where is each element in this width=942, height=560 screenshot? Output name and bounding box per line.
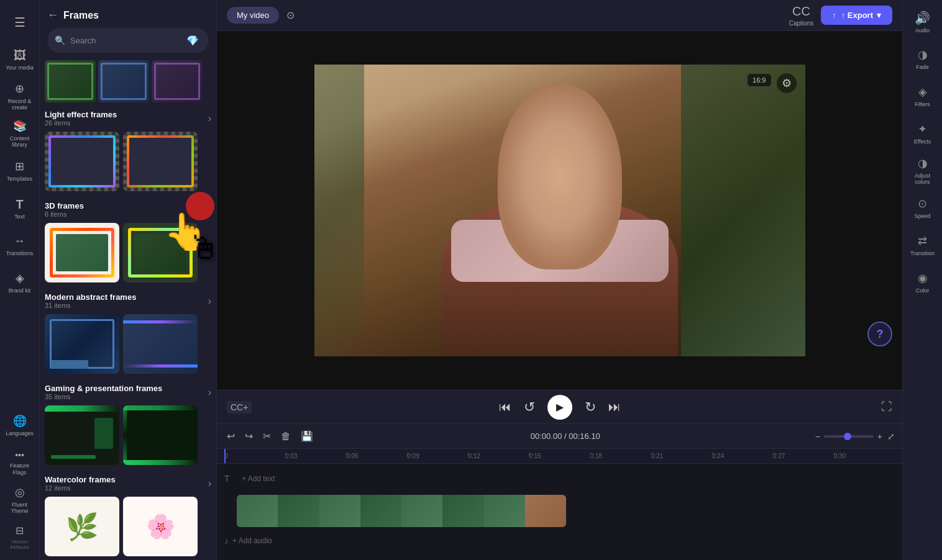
right-item-color[interactable]: ◉ Color [905, 266, 940, 300]
add-text-button[interactable]: + Add text [237, 473, 280, 484]
sidebar-item-feature-flags[interactable]: ••• FeatureFlags [2, 446, 37, 481]
audio-track-row: ♪ + Add audio [224, 531, 895, 551]
light-thumb-2[interactable] [123, 132, 198, 191]
preview-thumb-3[interactable] [152, 60, 203, 102]
export-chevron-icon: ▾ [877, 11, 881, 20]
play-button[interactable]: ▶ [547, 395, 572, 420]
watercolor-thumb-1[interactable]: 🌿 [45, 497, 119, 556]
section-modern-abstract[interactable]: Modern abstract frames 31 items › [45, 292, 211, 309]
skip-forward-button[interactable]: ⏭ [608, 400, 621, 414]
right-item-audio[interactable]: 🔊 Audio [905, 5, 940, 40]
redo-button[interactable]: ↪ [242, 428, 255, 445]
color-icon: ◉ [918, 272, 928, 286]
3d-thumb-1[interactable] [45, 223, 119, 282]
watercolor-thumb-2[interactable]: 🌸 [123, 497, 198, 556]
ruler-mark-21: 0:21 [651, 453, 712, 459]
3d-thumb-2[interactable] [123, 223, 198, 282]
video-settings-button[interactable]: ⚙ [777, 73, 797, 93]
light-effect-chevron: › [208, 113, 211, 124]
version-icon: ⊟ [16, 525, 24, 536]
tab-icon: ⊙ [286, 9, 295, 21]
ruler-mark-18: 0:18 [590, 453, 651, 459]
vthumb-8 [525, 495, 566, 527]
transitions-icon: ↔ [14, 235, 25, 248]
right-item-speed[interactable]: ⊙ Speed [905, 191, 940, 226]
vthumb-6 [442, 495, 483, 527]
sidebar-item-record-create[interactable]: ⊕ Record &create [2, 79, 37, 114]
undo-button[interactable]: ↩ [224, 428, 237, 445]
right-item-effects[interactable]: ✦ Effects [905, 117, 940, 151]
sidebar-item-menu[interactable]: ☰ [2, 5, 37, 40]
timeline-toolbar: ↩ ↪ ✂ 🗑 💾 00:00.00 / 00:16.10 − + ⤢ [217, 424, 902, 449]
save-button[interactable]: 💾 [298, 428, 316, 445]
sidebar-item-brand-kit[interactable]: ◈ Brand kit [2, 266, 37, 300]
back-button[interactable]: ← [47, 9, 58, 22]
help-button[interactable]: ? [867, 322, 892, 346]
search-bar: 🔍 💎 [47, 28, 209, 53]
left-sidebar: ☰ 🖼 Your media ⊕ Record &create 📚 Conten… [0, 0, 40, 560]
sidebar-item-text[interactable]: T Text [2, 191, 37, 226]
zoom-in-button[interactable]: + [877, 431, 882, 441]
preview-thumb-2[interactable] [98, 60, 149, 102]
sidebar-item-languages[interactable]: 🌐 Languages [2, 409, 37, 443]
ruler-mark-12: 0:12 [468, 453, 529, 459]
feature-flags-icon: ••• [15, 450, 24, 461]
frames-panel-header: ← Frames [40, 0, 216, 28]
cut-button[interactable]: ✂ [260, 428, 273, 445]
section-watercolor-info: Watercolor frames 12 items [45, 475, 116, 492]
audio-track-icon: ♪ [224, 536, 229, 546]
right-item-adjust-colors[interactable]: ◑ Adjustcolors [905, 154, 940, 189]
captions-icon: CC [792, 4, 810, 19]
sidebar-item-fluent-theme[interactable]: ◎ FluentTheme [2, 483, 37, 518]
diamond-button[interactable]: 💎 [184, 32, 201, 49]
adjust-colors-icon: ◑ [918, 157, 928, 171]
gaming-thumb-1[interactable] [45, 405, 119, 465]
zoom-slider[interactable] [824, 435, 874, 438]
sidebar-item-content-library[interactable]: 📚 Contentlibrary [2, 117, 37, 151]
modern-count: 31 items [45, 302, 136, 309]
watercolor-thumbs: 🌿 🌸 [45, 497, 211, 556]
section-3d-header[interactable]: 3D frames 6 items [45, 201, 211, 218]
zoom-out-button[interactable]: − [815, 431, 820, 441]
video-track-bar[interactable] [237, 495, 566, 527]
expand-timeline-button[interactable]: ⤢ [887, 431, 895, 441]
timeline-tracks: T + Add text [217, 464, 902, 560]
sidebar-item-transitions[interactable]: ↔ Transitions [2, 228, 37, 263]
modern-thumb-2[interactable] [123, 314, 198, 374]
text-track-icon: T [224, 474, 237, 484]
sidebar-item-version[interactable]: ⊟ Version645bc64 [2, 520, 37, 555]
right-item-transition[interactable]: ⇄ Transition [905, 228, 940, 263]
rewind-button[interactable]: ↺ [524, 399, 535, 415]
timeline-time: 00:00.00 / 00:16.10 [321, 431, 810, 441]
vthumb-4 [360, 495, 401, 527]
section-light-effect[interactable]: Light effect frames 26 items › [45, 110, 211, 127]
top-bar: My video ⊙ CC Captions ↑ ↑ Export ▾ [217, 0, 902, 31]
search-input[interactable] [70, 36, 179, 45]
delete-button[interactable]: 🗑 [278, 428, 293, 445]
ruler-mark-0: 0 [224, 453, 285, 459]
right-item-fade[interactable]: ◑ Fade [905, 42, 940, 77]
sidebar-item-templates[interactable]: ⊞ Templates [2, 154, 37, 189]
preview-thumb-1[interactable] [45, 60, 96, 102]
my-video-tab[interactable]: My video [227, 7, 279, 24]
right-item-filters[interactable]: ◈ Filters [905, 79, 940, 114]
forward-button[interactable]: ↻ [585, 399, 596, 415]
export-button[interactable]: ↑ ↑ Export ▾ [821, 6, 892, 25]
brand-kit-icon: ◈ [16, 272, 24, 286]
transition-icon: ⇄ [918, 235, 927, 248]
frames-panel: ← Frames 🔍 💎 [40, 0, 217, 560]
skip-back-button[interactable]: ⏮ [499, 400, 511, 414]
add-audio-button[interactable]: + Add audio [232, 536, 272, 545]
section-gaming[interactable]: Gaming & presentation frames 35 items › [45, 384, 211, 400]
section-watercolor[interactable]: Watercolor frames 12 items › [45, 475, 211, 492]
sidebar-item-your-media[interactable]: 🖼 Your media [2, 42, 37, 77]
captions-button[interactable]: CC Captions [789, 4, 813, 27]
gaming-thumb-2[interactable] [123, 405, 198, 465]
watercolor-count: 12 items [45, 484, 116, 492]
cc-button[interactable]: CC+ [227, 401, 252, 413]
fullscreen-button[interactable]: ⛶ [881, 400, 892, 413]
light-thumb-1[interactable] [45, 132, 119, 191]
effects-icon: ✦ [918, 123, 927, 137]
modern-thumb-1[interactable] [45, 314, 119, 374]
video-track-row [224, 494, 895, 528]
